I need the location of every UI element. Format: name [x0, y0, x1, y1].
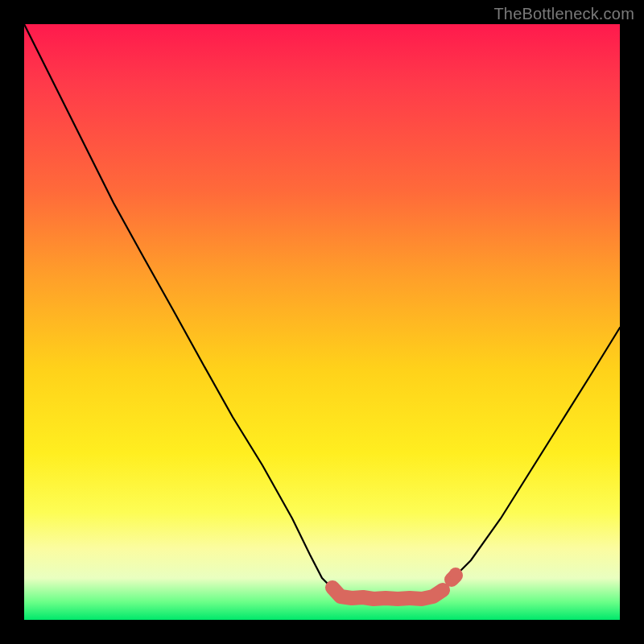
plot-area — [24, 24, 620, 620]
bottleneck-curve — [24, 24, 620, 596]
plateau-end-dot — [449, 568, 462, 580]
chart-frame: TheBottleneck.com — [0, 0, 644, 644]
curve-layer — [24, 24, 620, 620]
watermark-text: TheBottleneck.com — [493, 5, 634, 23]
optimal-plateau — [332, 576, 456, 599]
